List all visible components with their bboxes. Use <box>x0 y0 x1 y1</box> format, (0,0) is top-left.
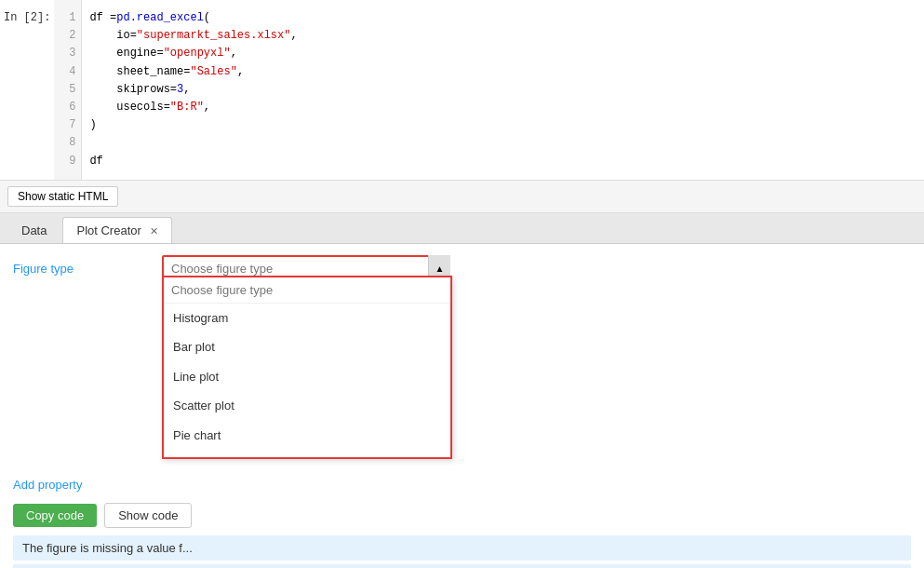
show-code-button[interactable]: Show code <box>104 503 192 528</box>
main-content: Figure type ▲ Histogram Bar plot Line pl… <box>0 244 924 568</box>
tab-close-icon[interactable]: ✕ <box>150 225 158 237</box>
static-html-bar: Show static HTML <box>0 181 924 213</box>
dropdown-item-histogram[interactable]: Histogram <box>164 304 450 333</box>
figure-type-label: Figure type <box>13 262 162 276</box>
code-area: In [2]: 1 2 3 4 5 6 7 8 9 df = pd.read_e… <box>0 0 924 181</box>
code-content: df = pd.read_excel( io="supermarkt_sales… <box>82 0 924 180</box>
static-html-button[interactable]: Show static HTML <box>7 186 118 207</box>
warning-box-1: The figure is missing a value f... <box>13 535 911 561</box>
dropdown-item-boxplot[interactable]: Box plot <box>164 450 450 457</box>
dropdown-list[interactable]: Histogram Bar plot Line plot Scatter plo… <box>164 304 450 457</box>
add-property-row: Add property <box>13 478 911 492</box>
dropdown-item-scatterplot[interactable]: Scatter plot <box>164 391 450 421</box>
tab-plot-creator[interactable]: Plot Creator ✕ <box>62 217 172 243</box>
dropdown-item-piechart[interactable]: Pie chart <box>164 421 450 451</box>
warning-text-1: The figure is missing a value f... <box>22 541 193 555</box>
tabs-bar: Data Plot Creator ✕ <box>0 213 924 244</box>
line-numbers: 1 2 3 4 5 6 7 8 9 <box>54 0 82 180</box>
warning-box-2: Please add the x-Axis or y-Ax... <box>13 564 911 568</box>
dropdown-search-input[interactable] <box>164 277 450 304</box>
figure-type-row: Figure type ▲ <box>13 255 911 282</box>
copy-code-button[interactable]: Copy code <box>13 504 97 527</box>
dropdown-item-barplot[interactable]: Bar plot <box>164 332 450 362</box>
figure-type-dropdown[interactable]: Histogram Bar plot Line plot Scatter plo… <box>162 276 452 459</box>
in-label: In [2]: <box>0 0 54 180</box>
buttons-row: Copy code Show code <box>13 503 911 528</box>
tab-data[interactable]: Data <box>7 217 60 243</box>
add-property-label: Add property <box>13 478 162 492</box>
dropdown-item-lineplot[interactable]: Line plot <box>164 362 450 392</box>
